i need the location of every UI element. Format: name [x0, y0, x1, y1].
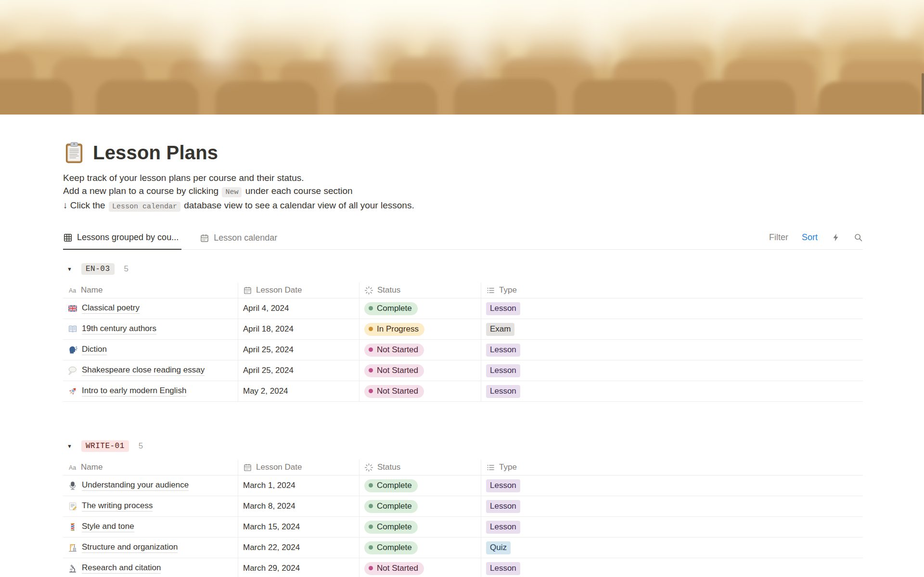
lesson-date-value: March 22, 2024 [243, 543, 300, 552]
description-line[interactable]: Add a new plan to a course by clicking N… [63, 184, 863, 199]
cell-status[interactable]: Not Started [359, 340, 481, 360]
cell-type[interactable]: Lesson [481, 340, 863, 360]
column-header-status[interactable]: Status [359, 282, 481, 298]
calendar-icon [243, 286, 252, 295]
cell-type[interactable]: Lesson [481, 381, 863, 401]
cell-lesson-date[interactable]: April 25, 2024 [238, 340, 359, 360]
bolt-icon[interactable] [831, 233, 840, 242]
table-row: DictionApril 25, 2024Not StartedLesson [63, 340, 863, 360]
lesson-date-value: April 18, 2024 [243, 324, 294, 334]
column-header-lesson-date[interactable]: Lesson Date [238, 282, 359, 298]
rocket-emoji [68, 386, 77, 396]
table-row: Structure and organizationMarch 22, 2024… [63, 538, 863, 558]
lesson-date-value: April 25, 2024 [243, 366, 294, 375]
cell-type[interactable]: Quiz [481, 538, 863, 558]
description-text: ↓ Click the [63, 200, 108, 210]
cell-name[interactable]: Structure and organization [63, 538, 238, 558]
column-header-status[interactable]: Status [359, 460, 481, 475]
cell-name[interactable]: Understanding your audience [63, 475, 238, 496]
group-name-chip[interactable]: EN-03 [81, 263, 115, 275]
table-row: Style and toneMarch 15, 2024CompleteLess… [63, 517, 863, 538]
cell-lesson-date[interactable]: March 15, 2024 [238, 517, 359, 537]
status-pill: Not Started [364, 344, 424, 357]
cell-type[interactable]: Lesson [481, 517, 863, 537]
calendar-icon [243, 463, 252, 472]
lesson-name-link[interactable]: Research and citation [82, 563, 161, 574]
cell-name[interactable]: Shakespeare close reading essay [63, 360, 238, 381]
column-header-lesson-date[interactable]: Lesson Date [238, 460, 359, 475]
column-header-name[interactable]: AaName [63, 282, 238, 298]
group-name-chip[interactable]: WRITE-01 [81, 440, 129, 452]
list-icon [486, 463, 495, 472]
description-text: Add a new plan to a course by clicking [63, 186, 221, 196]
table-header-row: AaNameLesson DateStatusType [63, 460, 863, 475]
filter-button[interactable]: Filter [769, 232, 788, 243]
cell-type[interactable]: Exam [481, 319, 863, 339]
cell-status[interactable]: Complete [359, 517, 481, 537]
cell-lesson-date[interactable]: March 1, 2024 [238, 475, 359, 496]
tab-lesson-calendar[interactable]: Lesson calendar [200, 228, 280, 249]
column-header-type[interactable]: Type [481, 460, 863, 475]
lesson-date-value: March 8, 2024 [243, 501, 295, 511]
type-chip: Lesson [486, 302, 520, 315]
cell-lesson-date[interactable]: April 4, 2024 [238, 298, 359, 319]
clipboard-page-icon[interactable] [63, 141, 85, 164]
cell-status[interactable]: Complete [359, 475, 481, 496]
lesson-name-link[interactable]: Diction [82, 345, 107, 355]
grouped-tables: ▼EN-035AaNameLesson DateStatusTypeClassi… [63, 261, 863, 577]
cell-type[interactable]: Lesson [481, 496, 863, 516]
cell-name[interactable]: The writing process [63, 496, 238, 516]
lesson-name-link[interactable]: Structure and organization [82, 542, 178, 553]
column-header-type[interactable]: Type [481, 282, 863, 298]
cell-status[interactable]: Complete [359, 538, 481, 558]
cell-name[interactable]: 19th century authors [63, 319, 238, 339]
cell-type[interactable]: Lesson [481, 558, 863, 577]
table-header-row: AaNameLesson DateStatusType [63, 282, 863, 298]
cell-status[interactable]: Not Started [359, 381, 481, 401]
collapse-toggle-icon[interactable]: ▼ [67, 266, 77, 272]
lesson-date-value: March 1, 2024 [243, 481, 295, 490]
cell-status[interactable]: In Progress [359, 319, 481, 339]
sort-button[interactable]: Sort [802, 232, 818, 243]
collapse-toggle-icon[interactable]: ▼ [67, 443, 77, 449]
cell-status[interactable]: Not Started [359, 558, 481, 577]
vertical-scrollbar-thumb[interactable] [922, 73, 924, 115]
cell-name[interactable]: Classical poetry [63, 298, 238, 319]
page-title[interactable]: Lesson Plans [93, 141, 218, 164]
lesson-name-link[interactable]: Style and tone [82, 522, 134, 532]
cell-type[interactable]: Lesson [481, 360, 863, 381]
cell-name[interactable]: Diction [63, 340, 238, 360]
cell-name[interactable]: Style and tone [63, 517, 238, 537]
cell-lesson-date[interactable]: April 25, 2024 [238, 360, 359, 381]
page-description[interactable]: Keep track of your lesson plans per cour… [63, 171, 863, 213]
description-line[interactable]: Keep track of your lesson plans per cour… [63, 171, 863, 184]
cell-lesson-date[interactable]: April 18, 2024 [238, 319, 359, 339]
cell-type[interactable]: Lesson [481, 475, 863, 496]
cell-lesson-date[interactable]: March 22, 2024 [238, 538, 359, 558]
cell-lesson-date[interactable]: March 29, 2024 [238, 558, 359, 577]
cell-lesson-date[interactable]: March 8, 2024 [238, 496, 359, 516]
status-dot-icon [369, 483, 373, 487]
table-row: Shakespeare close reading essayApril 25,… [63, 360, 863, 381]
lesson-name-link[interactable]: Understanding your audience [82, 480, 189, 491]
lesson-name-link[interactable]: Intro to early modern English [82, 386, 186, 397]
cell-status[interactable]: Complete [359, 298, 481, 319]
inline-code-chip: New [222, 187, 242, 197]
column-label: Type [499, 285, 517, 295]
cell-status[interactable]: Complete [359, 496, 481, 516]
status-icon [364, 286, 373, 295]
type-chip: Lesson [486, 521, 520, 534]
lesson-name-link[interactable]: The writing process [82, 501, 153, 512]
lesson-name-link[interactable]: Classical poetry [82, 303, 140, 314]
description-line[interactable]: ↓ Click the Lesson calendar database vie… [63, 199, 863, 213]
cell-lesson-date[interactable]: May 2, 2024 [238, 381, 359, 401]
cell-name[interactable]: Intro to early modern English [63, 381, 238, 401]
cell-name[interactable]: Research and citation [63, 558, 238, 577]
search-icon[interactable] [854, 233, 863, 242]
column-header-name[interactable]: AaName [63, 460, 238, 475]
tab-lessons-grouped-by-cou[interactable]: Lessons grouped by cou... [63, 228, 181, 250]
cell-status[interactable]: Not Started [359, 360, 481, 381]
lesson-name-link[interactable]: 19th century authors [82, 324, 156, 334]
cell-type[interactable]: Lesson [481, 298, 863, 319]
lesson-name-link[interactable]: Shakespeare close reading essay [82, 365, 205, 376]
